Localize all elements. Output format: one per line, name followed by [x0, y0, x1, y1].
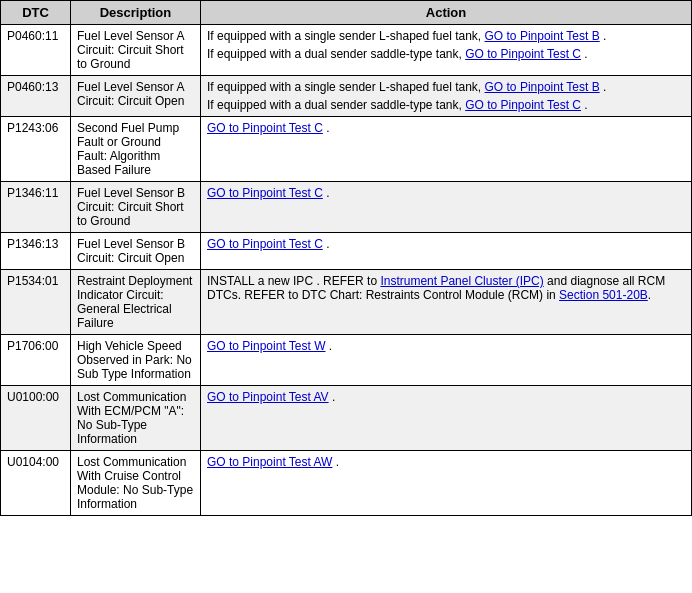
pinpoint-link[interactable]: GO to Pinpoint Test AV — [207, 390, 329, 404]
action-cell[interactable]: If equipped with a single sender L-shape… — [201, 76, 692, 117]
action-cell[interactable]: GO to Pinpoint Test C . — [201, 117, 692, 182]
table-row: U0100:00Lost Communication With ECM/PCM … — [1, 386, 692, 451]
action-part: GO to Pinpoint Test C . — [207, 121, 685, 135]
description-cell: Lost Communication With ECM/PCM "A": No … — [71, 386, 201, 451]
dtc-cell: P1346:13 — [1, 233, 71, 270]
pinpoint-link[interactable]: GO to Pinpoint Test AW — [207, 455, 332, 469]
dtc-table: DTC Description Action P0460:11Fuel Leve… — [0, 0, 692, 516]
pinpoint-link[interactable]: GO to Pinpoint Test B — [485, 80, 600, 94]
pinpoint-link[interactable]: GO to Pinpoint Test C — [207, 121, 323, 135]
ipc-link[interactable]: Instrument Panel Cluster (IPC) — [380, 274, 543, 288]
dtc-cell: U0100:00 — [1, 386, 71, 451]
action-text: INSTALL a new IPC . REFER to Instrument … — [207, 274, 685, 302]
dtc-cell: P0460:11 — [1, 25, 71, 76]
col-header-dtc: DTC — [1, 1, 71, 25]
dtc-cell: P1243:06 — [1, 117, 71, 182]
action-part: If equipped with a dual sender saddle-ty… — [207, 47, 685, 61]
action-cell[interactable]: GO to Pinpoint Test C . — [201, 182, 692, 233]
pinpoint-link[interactable]: GO to Pinpoint Test B — [485, 29, 600, 43]
dtc-cell: P0460:13 — [1, 76, 71, 117]
action-part: GO to Pinpoint Test AW . — [207, 455, 685, 469]
action-cell[interactable]: INSTALL a new IPC . REFER to Instrument … — [201, 270, 692, 335]
col-header-action: Action — [201, 1, 692, 25]
table-row: P1706:00High Vehicle Speed Observed in P… — [1, 335, 692, 386]
table-row: P0460:13Fuel Level Sensor A Circuit: Cir… — [1, 76, 692, 117]
action-cell[interactable]: GO to Pinpoint Test C . — [201, 233, 692, 270]
action-cell[interactable]: GO to Pinpoint Test AV . — [201, 386, 692, 451]
action-cell[interactable]: GO to Pinpoint Test AW . — [201, 451, 692, 516]
dtc-cell: P1706:00 — [1, 335, 71, 386]
section-link[interactable]: Section 501-20B — [559, 288, 648, 302]
table-row: P1346:13Fuel Level Sensor B Circuit: Cir… — [1, 233, 692, 270]
action-part: GO to Pinpoint Test W . — [207, 339, 685, 353]
pinpoint-link[interactable]: GO to Pinpoint Test C — [207, 186, 323, 200]
pinpoint-link[interactable]: GO to Pinpoint Test C — [465, 98, 581, 112]
description-cell: High Vehicle Speed Observed in Park: No … — [71, 335, 201, 386]
action-part: If equipped with a dual sender saddle-ty… — [207, 98, 685, 112]
table-row: P0460:11Fuel Level Sensor A Circuit: Cir… — [1, 25, 692, 76]
action-part: If equipped with a single sender L-shape… — [207, 29, 685, 43]
description-cell: Fuel Level Sensor B Circuit: Circuit Ope… — [71, 233, 201, 270]
col-header-description: Description — [71, 1, 201, 25]
description-cell: Second Fuel Pump Fault or Ground Fault: … — [71, 117, 201, 182]
table-row: P1534:01Restraint Deployment Indicator C… — [1, 270, 692, 335]
description-cell: Restraint Deployment Indicator Circuit: … — [71, 270, 201, 335]
dtc-cell: U0104:00 — [1, 451, 71, 516]
action-part: If equipped with a single sender L-shape… — [207, 80, 685, 94]
pinpoint-link[interactable]: GO to Pinpoint Test C — [207, 237, 323, 251]
pinpoint-link[interactable]: GO to Pinpoint Test W — [207, 339, 326, 353]
dtc-cell: P1534:01 — [1, 270, 71, 335]
action-part: GO to Pinpoint Test C . — [207, 186, 685, 200]
table-row: P1243:06Second Fuel Pump Fault or Ground… — [1, 117, 692, 182]
action-part: GO to Pinpoint Test C . — [207, 237, 685, 251]
description-cell: Lost Communication With Cruise Control M… — [71, 451, 201, 516]
action-cell[interactable]: If equipped with a single sender L-shape… — [201, 25, 692, 76]
table-row: U0104:00Lost Communication With Cruise C… — [1, 451, 692, 516]
action-part: GO to Pinpoint Test AV . — [207, 390, 685, 404]
pinpoint-link[interactable]: GO to Pinpoint Test C — [465, 47, 581, 61]
description-cell: Fuel Level Sensor B Circuit: Circuit Sho… — [71, 182, 201, 233]
action-cell[interactable]: GO to Pinpoint Test W . — [201, 335, 692, 386]
description-cell: Fuel Level Sensor A Circuit: Circuit Ope… — [71, 76, 201, 117]
dtc-cell: P1346:11 — [1, 182, 71, 233]
description-cell: Fuel Level Sensor A Circuit: Circuit Sho… — [71, 25, 201, 76]
table-row: P1346:11Fuel Level Sensor B Circuit: Cir… — [1, 182, 692, 233]
